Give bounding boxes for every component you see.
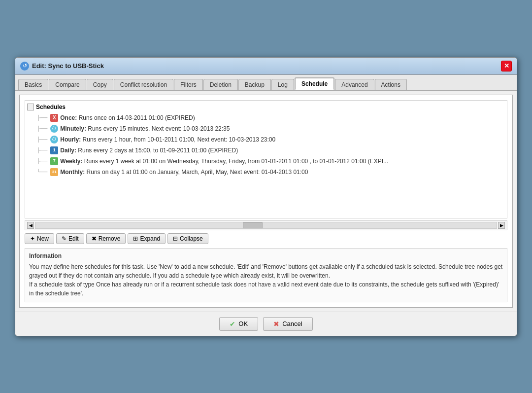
minutely-text: Minutely: Runs every 15 minutes, Next ev… [60,124,230,133]
scroll-left-button[interactable]: ◀ [27,222,34,229]
ok-label: OK [238,320,248,327]
tree-root-icon [27,104,34,110]
main-content: Schedules ├── X Once: Runs once on 14-03… [19,95,513,308]
tree-connector: ├── [37,146,47,154]
weekly-text: Weekly: Runs every 1 week at 01:00 on We… [60,157,388,166]
minutely-label: Minutely: [60,125,86,132]
collapse-icon: ⊟ [173,235,178,242]
cancel-button[interactable]: ✖ Cancel [263,317,312,331]
information-text: You may define here schedules for this t… [29,262,503,298]
tab-filters[interactable]: Filters [174,79,203,90]
cancel-icon: ✖ [273,320,279,328]
remove-button[interactable]: ✖ Remove [86,233,126,244]
ok-button[interactable]: ✔ OK [219,317,258,331]
edit-button[interactable]: ✎ Edit [56,233,84,244]
minutely-detail: Runs every 15 minutes, Next event: 10-03… [88,125,230,132]
hourly-icon: ⏱ [50,136,58,143]
monthly-detail: Runs on day 1 at 01:00 on January, March… [87,169,308,176]
remove-icon: ✖ [92,235,97,242]
app-icon: ↺ [20,62,29,71]
tabs-bar: Basics Compare Copy Conflict resolution … [15,75,517,91]
cancel-label: Cancel [282,320,302,327]
once-detail: Runs once on 14-03-2011 01:00 (EXPIRED) [79,114,195,121]
new-icon: ✦ [30,235,35,242]
tree-root: Schedules [27,104,505,110]
daily-text: Daily: Runs every 2 days at 15:00, to 01… [60,146,238,155]
expand-icon: ⊞ [133,235,138,242]
expand-label: Expand [140,235,160,242]
tab-compare[interactable]: Compare [49,79,86,90]
remove-label: Remove [99,235,121,242]
footer: ✔ OK ✖ Cancel [15,312,517,336]
monthly-label: Monthly: [60,169,85,176]
daily-label: Daily: [60,147,76,154]
list-item[interactable]: ├── X Once: Runs once on 14-03-2011 01:0… [27,112,505,123]
schedule-tree[interactable]: Schedules ├── X Once: Runs once on 14-03… [25,100,507,218]
hourly-detail: Runs every 1 hour, from 10-01-2011 01:00… [83,136,276,143]
list-item[interactable]: ├── ⏱ Hourly: Runs every 1 hour, from 10… [27,134,505,145]
minutely-icon: ⏱ [50,125,58,133]
information-title: Information [29,252,503,259]
ok-icon: ✔ [230,320,235,328]
daily-detail: Runs every 2 days at 15:00, to 01-09-201… [78,147,238,154]
collapse-button[interactable]: ⊟ Collapse [167,233,208,244]
tree-root-label: Schedules [36,104,66,110]
hourly-text: Hourly: Runs every 1 hour, from 10-01-20… [60,135,275,144]
scroll-thumb[interactable] [243,222,263,228]
edit-icon: ✎ [62,235,66,242]
tab-deletion[interactable]: Deletion [203,79,238,90]
expand-button[interactable]: ⊞ Expand [128,233,166,244]
list-item[interactable]: ├── 1 Daily: Runs every 2 days at 15:00,… [27,145,505,156]
tab-copy[interactable]: Copy [87,79,113,90]
new-button[interactable]: ✦ New [25,233,54,244]
tab-log[interactable]: Log [271,79,294,90]
daily-icon: 1 [50,146,58,154]
window-title: Edit: Sync to USB-Stick [32,62,104,70]
weekly-detail: Runs every 1 week at 01:00 on Wednesday,… [84,158,388,165]
monthly-text: Monthly: Runs on day 1 at 01:00 on Janua… [60,168,308,177]
scroll-right-button[interactable]: ▶ [498,222,505,229]
title-bar-left: ↺ Edit: Sync to USB-Stick [20,62,104,71]
tree-connector: ├── [37,125,47,132]
scroll-track[interactable] [35,222,497,229]
close-button[interactable]: ✕ [501,61,512,71]
tree-connector: └── [37,168,47,176]
information-section: Information You may define here schedule… [25,248,507,302]
main-window: ↺ Edit: Sync to USB-Stick ✕ Basics Compa… [15,57,517,336]
tab-actions[interactable]: Actions [375,79,407,90]
once-text: Once: Runs once on 14-03-2011 01:00 (EXP… [60,113,195,122]
tree-connector: ├── [37,136,47,143]
weekly-label: Weekly: [60,158,82,165]
list-item[interactable]: └── 31 Monthly: Runs on day 1 at 01:00 o… [27,167,505,178]
new-label: New [37,235,49,242]
tab-advanced[interactable]: Advanced [335,79,374,90]
tab-backup[interactable]: Backup [238,79,271,90]
tab-schedule[interactable]: Schedule [295,77,334,90]
hourly-label: Hourly: [60,136,81,143]
list-item[interactable]: ├── 7 Weekly: Runs every 1 week at 01:00… [27,156,505,167]
horizontal-scrollbar[interactable]: ◀ ▶ [25,220,507,230]
edit-label: Edit [68,235,79,242]
schedule-toolbar: ✦ New ✎ Edit ✖ Remove ⊞ Expand ⊟ Collaps… [25,233,507,244]
list-item[interactable]: ├── ⏱ Minutely: Runs every 15 minutes, N… [27,123,505,134]
once-icon: X [50,114,58,122]
tree-connector: ├── [37,157,47,165]
collapse-label: Collapse [180,235,203,242]
weekly-icon: 7 [50,157,58,165]
tab-conflict-resolution[interactable]: Conflict resolution [114,79,173,90]
title-bar: ↺ Edit: Sync to USB-Stick ✕ [15,58,517,75]
once-label: Once: [60,114,77,121]
monthly-icon: 31 [50,168,58,176]
tab-basics[interactable]: Basics [18,79,48,90]
tree-connector: ├── [37,114,47,121]
